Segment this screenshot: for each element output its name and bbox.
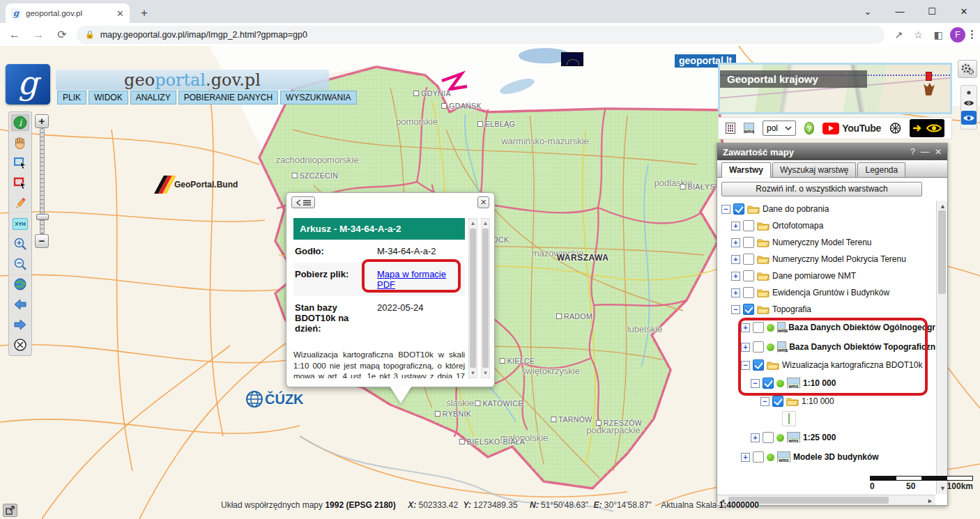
collapse-icon[interactable]: − [741, 361, 750, 370]
tab-wyszukaj-warstwę[interactable]: Wyszukaj warstwę [772, 162, 857, 177]
xyh-tool[interactable]: XYH [11, 215, 29, 232]
forward-icon[interactable]: → [29, 26, 47, 44]
wheel-icon[interactable] [889, 121, 901, 136]
pdf-download-link[interactable]: Mapa w formacie PDF [377, 269, 446, 290]
contrast-toggle[interactable] [910, 119, 944, 137]
collapse-icon[interactable]: − [721, 205, 730, 214]
reload-icon[interactable]: ⟳ [53, 26, 71, 44]
select-blue-tool[interactable] [11, 155, 29, 171]
popup-close-icon[interactable]: ✕ [477, 196, 489, 208]
zoom-out-button[interactable]: − [35, 234, 49, 248]
expand-icon[interactable]: + [731, 272, 740, 281]
url-bar[interactable]: 🔒 mapy.geoportal.gov.pl/imap/Imgp_2.html… [77, 26, 885, 44]
info-tool[interactable]: i [11, 114, 29, 131]
geoportal-logo[interactable]: g [6, 64, 50, 104]
profile-avatar[interactable]: F [950, 27, 965, 42]
legend-grid-icon[interactable] [726, 123, 735, 134]
draw-tool[interactable] [11, 195, 29, 212]
zoom-out-tool[interactable] [11, 256, 29, 272]
panel-help-icon[interactable]: ? [910, 147, 915, 157]
window-close-button[interactable]: ✕ [948, 0, 980, 23]
panel-close-icon[interactable]: ✕ [935, 147, 942, 157]
layer-checkbox[interactable] [743, 270, 754, 281]
new-tab-button[interactable]: + [137, 6, 152, 21]
side-panel-icon[interactable]: ◧ [934, 29, 943, 40]
expand-icon[interactable]: + [751, 433, 760, 442]
tab-warstwy[interactable]: Warstwy [721, 162, 771, 178]
layer-visibility-button[interactable] [961, 111, 977, 125]
expand-icon[interactable]: + [731, 222, 740, 231]
layer-row-baza-danych-obiektów-topograficzn[interactable]: +wmsBaza Danych Obiektów Topograficzn [717, 337, 935, 357]
layer-row-numeryczny-model-terenu[interactable]: +Numeryczny Model Terenu [717, 234, 935, 251]
layer-checkbox[interactable] [743, 304, 754, 315]
youtube-button[interactable]: YouTube [822, 123, 881, 134]
layer-row-ortofotomapa[interactable]: +Ortofotomapa [717, 217, 935, 234]
menu-item-widok[interactable]: WIDOK [89, 91, 128, 104]
help-button[interactable]: ? [804, 122, 814, 134]
layer-row-1-25-000[interactable]: +wms1:25 000 [717, 428, 935, 447]
popup-outer-scrollbar[interactable]: ▲▼ [481, 218, 490, 378]
back-icon[interactable]: ← [6, 26, 24, 44]
layer-row-dane-do-pobrania[interactable]: −Dane do pobrania [717, 201, 935, 217]
expand-icon[interactable]: + [731, 288, 740, 297]
tab-legenda[interactable]: Legenda [857, 162, 905, 177]
layer-row-1-10-000[interactable]: −wms1:10 000 [717, 373, 935, 393]
tab-close-icon[interactable]: ✕ [116, 8, 124, 19]
zoom-slider-handle[interactable] [36, 214, 49, 220]
language-select[interactable]: pol [763, 121, 796, 136]
layer-checkbox[interactable] [743, 254, 754, 265]
layer-checkbox[interactable] [753, 322, 764, 333]
collapse-icon[interactable]: − [751, 379, 760, 388]
layer-checkbox[interactable] [743, 220, 754, 231]
collapse-icon[interactable]: − [731, 305, 740, 314]
prev-view-tool[interactable] [11, 296, 29, 313]
layer-row-wizualizacja-kartograficzna-bdot10k[interactable]: −Wizualizacja kartograficzna BDOT10k [717, 357, 935, 373]
eye-small-icon[interactable] [963, 100, 974, 107]
expand-all-layers-button[interactable]: Rozwiń inf. o wszystkich warstwach [721, 182, 922, 196]
layer-row-ewidencja-gruntów-i-budynków[interactable]: +Ewidencja Gruntów i Budynków [717, 284, 935, 301]
layer-checkbox[interactable] [743, 287, 754, 298]
layer-row-modele-3d-budynków[interactable]: +wmsModele 3D budynków [717, 447, 935, 467]
overview-map[interactable]: Geoportal krajowy [718, 63, 952, 114]
window-minimize-button[interactable]: — [884, 0, 916, 23]
expand-icon[interactable]: + [731, 238, 740, 247]
collapse-icon[interactable]: − [760, 397, 770, 406]
popup-inner-scrollbar[interactable]: ▲▼ [468, 218, 477, 378]
menu-item-analizy[interactable]: ANALIZY [130, 91, 176, 104]
layer-checkbox[interactable] [743, 237, 754, 248]
layer-checkbox[interactable] [753, 359, 764, 371]
panel-titlebar[interactable]: Zawartość mapy ? — ✕ [717, 144, 947, 160]
zoom-slider-track[interactable] [40, 128, 45, 234]
clear-tool[interactable] [11, 336, 29, 353]
layer-checkbox[interactable] [763, 378, 774, 389]
zoom-in-button[interactable]: + [35, 114, 49, 128]
layer-row-dane-pomiarowe-nmt[interactable]: +Dane pomiarowe NMT [717, 268, 935, 284]
full-extent-tool[interactable] [11, 276, 29, 293]
layer-row-numeryczny-model-pokrycia-terenu[interactable]: +Numeryczny Model Pokrycia Terenu [717, 251, 935, 268]
layer-row-1-10-000[interactable]: −1:10 000 [717, 393, 935, 410]
layer-checkbox[interactable] [753, 341, 764, 353]
expand-icon[interactable]: + [741, 323, 750, 332]
menu-item-pobieranie-danych[interactable]: POBIERANIE DANYCH [178, 91, 278, 104]
expand-icon[interactable]: + [731, 255, 740, 264]
layer-checkbox[interactable] [733, 203, 744, 215]
layer-checkbox[interactable] [763, 432, 774, 443]
map-viewport[interactable]: zachodniopomorskieSZCZECINpomorskieGDYNI… [0, 46, 980, 519]
browser-menu-icon[interactable] [971, 30, 973, 39]
panel-vertical-scrollbar[interactable]: ▲ ▼ [936, 201, 947, 494]
fullscreen-button[interactable] [3, 504, 17, 517]
layer-checkbox[interactable] [772, 396, 783, 407]
window-maximize-button[interactable]: ☐ [916, 0, 948, 23]
share-icon[interactable]: ↗ [894, 29, 903, 40]
layer-checkbox[interactable] [753, 451, 764, 463]
bookmark-star-icon[interactable]: ☆ [914, 29, 923, 40]
expand-icon[interactable]: + [741, 453, 750, 462]
select-red-tool[interactable] [11, 175, 29, 192]
browser-tab[interactable]: g geoportal.gov.pl ✕ [6, 3, 130, 23]
next-view-tool[interactable] [11, 316, 29, 333]
dot-icon[interactable] [966, 90, 972, 95]
pan-tool[interactable] [11, 134, 29, 151]
window-chevron-icon[interactable]: ⌄ [852, 0, 884, 23]
menu-item-plik[interactable]: PLIK [57, 91, 86, 104]
wms-service-icon[interactable]: wms [744, 123, 754, 134]
